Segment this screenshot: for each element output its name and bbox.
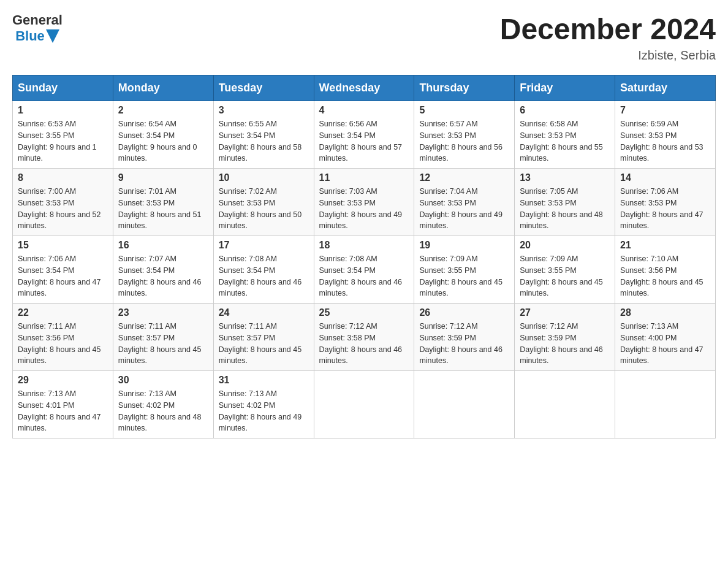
calendar-cell: 16 Sunrise: 7:07 AMSunset: 3:54 PMDaylig…: [113, 236, 213, 304]
day-info: Sunrise: 6:57 AMSunset: 3:53 PMDaylight:…: [419, 120, 502, 163]
calendar-week-row: 15 Sunrise: 7:06 AMSunset: 3:54 PMDaylig…: [13, 236, 716, 304]
day-number: 16: [118, 240, 208, 251]
calendar-week-row: 1 Sunrise: 6:53 AMSunset: 3:55 PMDayligh…: [13, 101, 716, 169]
day-number: 22: [18, 307, 108, 318]
day-number: 27: [520, 307, 610, 318]
day-info: Sunrise: 7:09 AMSunset: 3:55 PMDaylight:…: [520, 255, 603, 297]
day-info: Sunrise: 7:12 AMSunset: 3:59 PMDaylight:…: [520, 322, 603, 365]
month-title: December 2024: [500, 12, 716, 46]
calendar-table: Sunday Monday Tuesday Wednesday Thursday…: [12, 75, 716, 439]
calendar-cell: 9 Sunrise: 7:01 AMSunset: 3:53 PMDayligh…: [113, 169, 213, 236]
calendar-cell: 19 Sunrise: 7:09 AMSunset: 3:55 PMDaylig…: [414, 236, 515, 304]
day-info: Sunrise: 7:13 AMSunset: 4:00 PMDaylight:…: [620, 322, 703, 365]
day-info: Sunrise: 7:09 AMSunset: 3:55 PMDaylight:…: [419, 255, 502, 297]
day-number: 9: [118, 172, 208, 183]
calendar-week-row: 29 Sunrise: 7:13 AMSunset: 4:01 PMDaylig…: [13, 371, 716, 439]
calendar-cell: [314, 371, 414, 439]
col-wednesday: Wednesday: [314, 75, 414, 101]
location: Izbiste, Serbia: [500, 48, 716, 63]
day-info: Sunrise: 7:08 AMSunset: 3:54 PMDaylight:…: [319, 255, 403, 297]
title-block: December 2024 Izbiste, Serbia: [500, 12, 716, 63]
day-info: Sunrise: 7:10 AMSunset: 3:56 PMDaylight:…: [620, 255, 703, 297]
day-info: Sunrise: 6:53 AMSunset: 3:55 PMDaylight:…: [18, 120, 97, 163]
day-number: 12: [419, 172, 509, 183]
calendar-cell: [414, 371, 515, 439]
calendar-cell: 23 Sunrise: 7:11 AMSunset: 3:57 PMDaylig…: [113, 304, 213, 371]
calendar-cell: 24 Sunrise: 7:11 AMSunset: 3:57 PMDaylig…: [213, 304, 314, 371]
calendar-cell: 18 Sunrise: 7:08 AMSunset: 3:54 PMDaylig…: [314, 236, 414, 304]
day-info: Sunrise: 7:06 AMSunset: 3:53 PMDaylight:…: [620, 187, 703, 230]
day-info: Sunrise: 7:11 AMSunset: 3:56 PMDaylight:…: [18, 322, 101, 365]
day-number: 26: [419, 307, 509, 318]
day-number: 18: [319, 240, 409, 251]
calendar-week-row: 8 Sunrise: 7:00 AMSunset: 3:53 PMDayligh…: [13, 169, 716, 236]
calendar-body: 1 Sunrise: 6:53 AMSunset: 3:55 PMDayligh…: [13, 101, 716, 439]
day-info: Sunrise: 7:08 AMSunset: 3:54 PMDaylight:…: [219, 255, 302, 297]
day-info: Sunrise: 7:13 AMSunset: 4:02 PMDaylight:…: [118, 389, 202, 432]
calendar-cell: 2 Sunrise: 6:54 AMSunset: 3:54 PMDayligh…: [113, 101, 213, 169]
day-info: Sunrise: 7:02 AMSunset: 3:53 PMDaylight:…: [219, 187, 302, 230]
calendar-cell: 31 Sunrise: 7:13 AMSunset: 4:02 PMDaylig…: [213, 371, 314, 439]
day-number: 20: [520, 240, 610, 251]
calendar-cell: 14 Sunrise: 7:06 AMSunset: 3:53 PMDaylig…: [615, 169, 716, 236]
page-header: General Blue December 2024 Izbiste, Serb…: [12, 12, 716, 63]
logo: General Blue: [12, 12, 64, 44]
calendar-cell: 17 Sunrise: 7:08 AMSunset: 3:54 PMDaylig…: [213, 236, 314, 304]
day-number: 7: [620, 105, 710, 116]
day-info: Sunrise: 6:54 AMSunset: 3:54 PMDaylight:…: [118, 120, 197, 163]
day-number: 10: [219, 172, 309, 183]
calendar-cell: 20 Sunrise: 7:09 AMSunset: 3:55 PMDaylig…: [515, 236, 615, 304]
day-number: 13: [520, 172, 610, 183]
calendar-cell: 7 Sunrise: 6:59 AMSunset: 3:53 PMDayligh…: [615, 101, 716, 169]
col-friday: Friday: [515, 75, 615, 101]
day-info: Sunrise: 7:13 AMSunset: 4:01 PMDaylight:…: [18, 389, 101, 432]
logo-triangle-icon: [46, 29, 59, 43]
day-number: 6: [520, 105, 610, 116]
logo-general-text: General: [12, 12, 63, 28]
calendar-cell: 26 Sunrise: 7:12 AMSunset: 3:59 PMDaylig…: [414, 304, 515, 371]
day-info: Sunrise: 6:59 AMSunset: 3:53 PMDaylight:…: [620, 120, 703, 163]
day-number: 14: [620, 172, 710, 183]
day-number: 11: [319, 172, 409, 183]
day-info: Sunrise: 7:06 AMSunset: 3:54 PMDaylight:…: [18, 255, 101, 297]
calendar-cell: 4 Sunrise: 6:56 AMSunset: 3:54 PMDayligh…: [314, 101, 414, 169]
day-info: Sunrise: 7:04 AMSunset: 3:53 PMDaylight:…: [419, 187, 502, 230]
calendar-cell: 12 Sunrise: 7:04 AMSunset: 3:53 PMDaylig…: [414, 169, 515, 236]
day-info: Sunrise: 7:11 AMSunset: 3:57 PMDaylight:…: [219, 322, 302, 365]
calendar-cell: 28 Sunrise: 7:13 AMSunset: 4:00 PMDaylig…: [615, 304, 716, 371]
calendar-cell: 21 Sunrise: 7:10 AMSunset: 3:56 PMDaylig…: [615, 236, 716, 304]
col-tuesday: Tuesday: [213, 75, 314, 101]
day-number: 28: [620, 307, 710, 318]
calendar-cell: 29 Sunrise: 7:13 AMSunset: 4:01 PMDaylig…: [13, 371, 113, 439]
day-info: Sunrise: 6:55 AMSunset: 3:54 PMDaylight:…: [219, 120, 302, 163]
col-thursday: Thursday: [414, 75, 515, 101]
header-row: Sunday Monday Tuesday Wednesday Thursday…: [13, 75, 716, 101]
day-info: Sunrise: 7:00 AMSunset: 3:53 PMDaylight:…: [18, 187, 101, 230]
calendar-cell: 11 Sunrise: 7:03 AMSunset: 3:53 PMDaylig…: [314, 169, 414, 236]
calendar-cell: 8 Sunrise: 7:00 AMSunset: 3:53 PMDayligh…: [13, 169, 113, 236]
day-number: 8: [18, 172, 108, 183]
calendar-cell: 22 Sunrise: 7:11 AMSunset: 3:56 PMDaylig…: [13, 304, 113, 371]
day-number: 24: [219, 307, 309, 318]
calendar-cell: 5 Sunrise: 6:57 AMSunset: 3:53 PMDayligh…: [414, 101, 515, 169]
day-number: 25: [319, 307, 409, 318]
day-number: 29: [18, 375, 108, 386]
day-info: Sunrise: 7:12 AMSunset: 3:59 PMDaylight:…: [419, 322, 502, 365]
day-number: 30: [118, 375, 208, 386]
calendar-cell: 1 Sunrise: 6:53 AMSunset: 3:55 PMDayligh…: [13, 101, 113, 169]
day-number: 4: [319, 105, 409, 116]
logo-icon: General Blue: [12, 12, 63, 44]
day-number: 31: [219, 375, 309, 386]
day-number: 3: [219, 105, 309, 116]
day-number: 1: [18, 105, 108, 116]
day-info: Sunrise: 7:03 AMSunset: 3:53 PMDaylight:…: [319, 187, 403, 230]
day-number: 17: [219, 240, 309, 251]
day-info: Sunrise: 7:12 AMSunset: 3:58 PMDaylight:…: [319, 322, 403, 365]
calendar-cell: 10 Sunrise: 7:02 AMSunset: 3:53 PMDaylig…: [213, 169, 314, 236]
day-number: 21: [620, 240, 710, 251]
calendar-cell: 13 Sunrise: 7:05 AMSunset: 3:53 PMDaylig…: [515, 169, 615, 236]
day-number: 23: [118, 307, 208, 318]
day-info: Sunrise: 6:56 AMSunset: 3:54 PMDaylight:…: [319, 120, 403, 163]
col-monday: Monday: [113, 75, 213, 101]
calendar-cell: 3 Sunrise: 6:55 AMSunset: 3:54 PMDayligh…: [213, 101, 314, 169]
